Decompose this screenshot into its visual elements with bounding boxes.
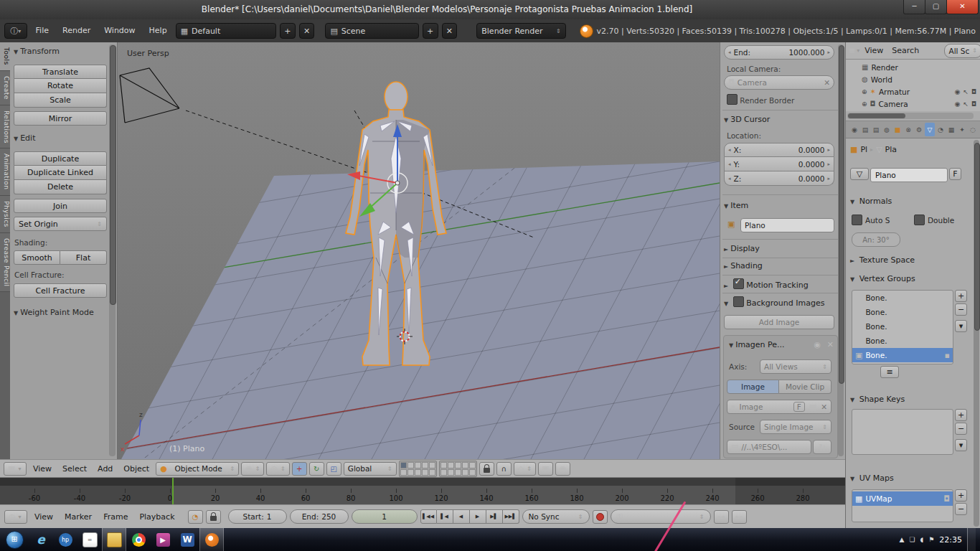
snap-toggle-button[interactable]: ∩ xyxy=(496,462,512,476)
properties-tab-constraints[interactable]: ⊗ xyxy=(903,123,913,136)
join-button[interactable]: Join xyxy=(14,199,107,213)
properties-tab-object[interactable]: ■ xyxy=(892,123,903,136)
jump-to-end-button[interactable]: ▶▶▌ xyxy=(503,509,519,524)
cursor-z-field[interactable]: ◂Z:0.0000▸ xyxy=(724,171,834,186)
play-reverse-button[interactable]: ◀ xyxy=(453,509,470,524)
properties-tab-render[interactable]: ◉ xyxy=(849,123,859,136)
uv-maps-panel-header[interactable]: ▼ UV Maps xyxy=(850,474,894,483)
outliner-row[interactable]: ⊕◘Camera◉↖◘ xyxy=(862,98,976,110)
timeline-ruler[interactable]: -60-40-200204060801001201401601802002202… xyxy=(0,478,845,505)
layer-cell[interactable] xyxy=(469,469,476,476)
end-clip-field[interactable]: ◂End:1000.000▸ xyxy=(724,45,834,60)
layer-cell[interactable] xyxy=(422,469,428,476)
properties-tab-texture[interactable]: ▦ xyxy=(946,123,956,136)
screen-layout-selector[interactable]: ▦Default xyxy=(176,23,276,39)
vertex-group-row[interactable]: ▣Bone.▪ xyxy=(852,334,953,348)
lock-icon[interactable]: ▪ xyxy=(945,322,950,331)
explorer-taskbar-button[interactable] xyxy=(102,528,126,551)
remove-shape-key-button[interactable]: − xyxy=(955,423,967,435)
clear-icon[interactable]: ✕ xyxy=(824,78,830,87)
vertex-group-row[interactable]: ▣Bone.▪ xyxy=(852,291,953,305)
shading-panel-header[interactable]: ►Shading xyxy=(724,261,763,270)
layers-grid-2[interactable] xyxy=(439,461,477,477)
add-vertex-group-button[interactable]: + xyxy=(955,290,967,302)
delete-keyframe-button[interactable]: ⊷ xyxy=(732,510,747,524)
duplicate-button[interactable]: Duplicate xyxy=(14,151,107,166)
browse-image-icon[interactable]: ▾ xyxy=(731,402,735,412)
layer-cell[interactable] xyxy=(407,469,414,476)
renderable-icon[interactable]: ◘ xyxy=(971,88,976,95)
vertex-groups-panel-header[interactable]: ▼ Vertex Groups xyxy=(850,274,915,283)
selectable-icon[interactable]: ↖ xyxy=(963,88,969,95)
menu-render[interactable]: Render xyxy=(57,19,95,42)
vertex-group-row[interactable]: ▣Bone.▪ xyxy=(852,319,953,334)
media-taskbar-button[interactable]: ▶ xyxy=(151,528,175,551)
background-image-entry-header[interactable]: ▼Imagen Pe... xyxy=(729,340,785,349)
properties-tab-scene[interactable]: ▤ xyxy=(871,123,881,136)
next-keyframe-button[interactable]: ▶▌ xyxy=(486,509,503,524)
image-tab[interactable]: Image xyxy=(727,380,779,394)
timeline-menu-view[interactable]: View xyxy=(30,512,57,522)
properties-tab-modifiers[interactable]: ⚙ xyxy=(914,123,924,136)
scrollbar-thumb[interactable] xyxy=(839,45,844,384)
expand-icon[interactable]: ⊕ xyxy=(862,100,867,108)
motion-tracking-checkbox[interactable] xyxy=(733,278,744,289)
internet-explorer-taskbar-button[interactable]: e xyxy=(29,528,53,551)
close-button[interactable]: ✕ xyxy=(946,0,979,14)
auto-smooth-row[interactable]: Auto S xyxy=(852,215,890,225)
delete-button[interactable]: Delete xyxy=(14,180,107,194)
editor-type-timeline-button[interactable]: ◷▾ xyxy=(4,510,27,524)
manipulator-translate-toggle[interactable]: + xyxy=(292,462,307,476)
outliner-row[interactable]: ⊕✶Armatur◉↖◘ xyxy=(862,85,976,98)
timeline-menu-marker[interactable]: Marker xyxy=(60,512,96,522)
editor-type-3dview-button[interactable]: ▦▾ xyxy=(4,462,27,476)
layer-cell[interactable] xyxy=(440,469,447,476)
camera-object[interactable] xyxy=(120,68,179,123)
close-icon[interactable]: ✕ xyxy=(827,340,834,349)
fake-user-button[interactable]: F xyxy=(949,168,961,180)
select-menu[interactable]: Select xyxy=(58,464,91,474)
datablock-name-field[interactable]: Plano xyxy=(870,168,948,182)
render-border-checkbox[interactable] xyxy=(727,94,738,105)
layer-cell[interactable] xyxy=(462,469,468,476)
pivot-point-dropdown[interactable]: ◎⇕ xyxy=(266,462,289,476)
word-taskbar-button[interactable]: W xyxy=(175,528,199,551)
toolshelf-tab-animation[interactable]: Animation xyxy=(0,149,10,195)
vertex-group-menu-button[interactable]: ≡ xyxy=(880,366,899,378)
cursor-y-field[interactable]: ◂Y:0.0000▸ xyxy=(724,157,834,171)
renderable-icon[interactable]: ◘ xyxy=(971,100,976,108)
show-desktop-button[interactable] xyxy=(967,528,976,551)
show-hidden-icons-button[interactable]: ▲ xyxy=(899,536,904,543)
opengl-render-anim-button[interactable]: ◉ xyxy=(555,462,570,476)
selectable-icon[interactable]: ↖ xyxy=(963,100,969,108)
properties-tab-particles[interactable]: ✦ xyxy=(957,123,967,136)
transform-panel-header[interactable]: ▼Transform xyxy=(14,47,60,56)
toolshelf-scrollbar[interactable] xyxy=(109,44,116,456)
lock-icon[interactable]: ▪ xyxy=(945,308,950,317)
shape-keys-panel-header[interactable]: ▼ Shape Keys xyxy=(850,395,905,404)
breadcrumb-data[interactable]: Pla xyxy=(885,145,897,154)
mode-dropdown[interactable]: ●Object Mode⇕ xyxy=(156,462,239,476)
layer-cell[interactable] xyxy=(400,462,407,468)
background-images-panel-header[interactable]: ▼ Background Images xyxy=(724,296,824,308)
jump-to-start-button[interactable]: ▌◀◀ xyxy=(420,509,437,524)
lock-to-scene-button[interactable] xyxy=(479,462,494,476)
cell-fracture-button[interactable]: Cell Fracture xyxy=(14,283,107,298)
duplicate-linked-button[interactable]: Duplicate Linked xyxy=(14,166,107,180)
scrollbar-thumb[interactable] xyxy=(110,45,116,305)
editor-type-info-button[interactable]: ⓘ▾ xyxy=(4,23,27,39)
outliner-menu-search[interactable]: Search xyxy=(888,46,923,55)
lock-icon[interactable]: ▪ xyxy=(945,351,950,360)
layer-cell[interactable] xyxy=(415,469,421,476)
current-frame-playhead[interactable] xyxy=(172,478,174,504)
layer-cell[interactable] xyxy=(455,469,461,476)
view-menu[interactable]: View xyxy=(29,464,56,474)
item-panel-header[interactable]: ▼Item xyxy=(724,201,748,210)
prev-keyframe-button[interactable]: ▌◀ xyxy=(437,509,453,524)
properties-tab-data[interactable]: ▽ xyxy=(925,123,935,136)
network-tray-icon[interactable]: ⚑ xyxy=(928,536,934,543)
layer-cell[interactable] xyxy=(448,462,454,468)
taskbar-clock[interactable]: 22:35 xyxy=(939,535,962,545)
image-datablock-row[interactable]: ▾ImageF▤✕ xyxy=(727,400,831,414)
outliner-display-mode-dropdown[interactable]: All Sc⇕ xyxy=(944,44,980,58)
